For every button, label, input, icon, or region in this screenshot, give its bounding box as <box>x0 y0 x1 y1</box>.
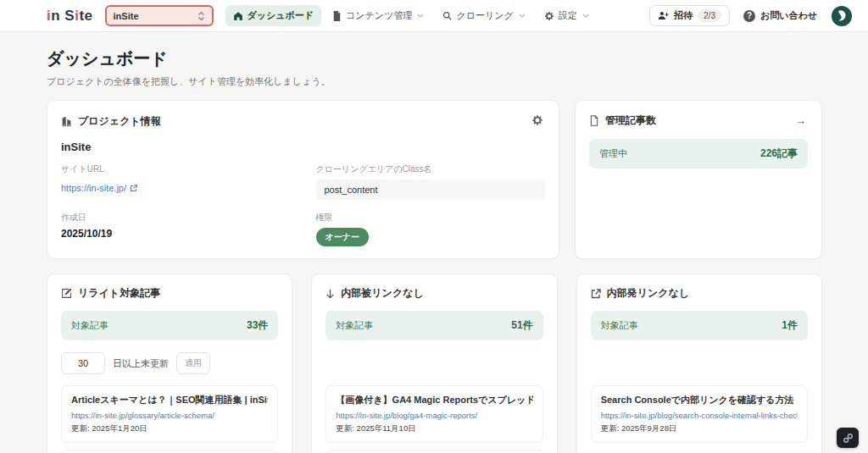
crawl-class-value: post_content <box>316 180 546 200</box>
role-field: 権限 オーナー <box>316 212 546 246</box>
page-subtitle: プロジェクトの全体像を把握し、サイト管理を効率化しましょう。 <box>47 75 822 88</box>
nav-crawling-label: クローリング <box>456 9 513 22</box>
article-item: Articleスキーマとは？｜SEO関連用語集 | inSite(インサイト) … <box>61 385 278 443</box>
rewrite-filter-row: 日以上未更新 適用 <box>61 352 278 374</box>
no-inbound-count-label: 対象記事 <box>336 319 373 332</box>
created-date-field: 作成日 2025/10/19 <box>61 212 291 246</box>
invite-button[interactable]: 招待 2/3 <box>649 5 730 26</box>
article-url-link[interactable]: https://in-site.jp/blog/ga4-magic-report… <box>336 411 532 420</box>
nav-settings[interactable]: 設定 <box>537 5 597 26</box>
document-icon <box>589 115 599 126</box>
external-link-icon <box>591 289 601 299</box>
project-settings-gear-icon[interactable] <box>530 113 545 130</box>
created-date-value: 2025/10/19 <box>61 228 291 240</box>
header-right: 招待 2/3 ? お問い合わせ <box>649 5 853 27</box>
site-url-link[interactable]: https://in-site.jp/ <box>61 183 137 193</box>
managed-card-title: 管理記事数 <box>605 113 656 128</box>
document-icon <box>332 11 342 21</box>
main-content: ダッシュボード プロジェクトの全体像を把握し、サイト管理を効率化しましょう。 プ… <box>0 32 868 453</box>
app-logo[interactable]: in Site <box>47 8 93 25</box>
arrow-right-icon[interactable]: → <box>793 113 808 129</box>
project-info-card: プロジェクト情報 inSite サイトURL https://in-site.j… <box>47 100 559 259</box>
home-icon <box>233 11 243 21</box>
site-url-field: サイトURL https://in-site.jp/ <box>61 163 291 200</box>
gear-icon <box>544 11 554 21</box>
no-outbound-count-row: 対象記事 1件 <box>591 311 808 340</box>
project-selector[interactable]: inSite <box>105 5 214 26</box>
apply-button[interactable]: 適用 <box>176 352 210 374</box>
article-updated-date: 更新: 2025年9月28日 <box>601 423 798 434</box>
no-inbound-count-value: 51件 <box>511 318 532 333</box>
nav-settings-label: 設定 <box>559 9 577 22</box>
managed-count-label: 管理中 <box>599 147 627 160</box>
no-inbound-card-title: 内部被リンクなし <box>341 286 423 301</box>
days-filter-label: 日以上未更新 <box>113 357 169 370</box>
site-url-label: サイトURL <box>61 163 291 175</box>
rewrite-count-value: 33件 <box>247 318 268 333</box>
site-url-text: https://in-site.jp/ <box>61 183 126 193</box>
article-item: Search Consoleで内部リンクを確認する方法【画面キャプチャで詳… h… <box>591 385 808 443</box>
article-title: 【画像付き】GA4 Magic ReportsでスプレッドシートとGA4を自動… <box>336 394 532 406</box>
project-name: inSite <box>61 141 545 153</box>
days-input[interactable] <box>61 352 105 374</box>
no-inbound-count-row: 対象記事 51件 <box>326 311 542 340</box>
link-fab-button[interactable] <box>837 428 859 448</box>
rewrite-count-label: 対象記事 <box>71 319 108 332</box>
article-url-link[interactable]: https://in-site.jp/blog/search-console-i… <box>601 411 798 420</box>
managed-count-value: 226記事 <box>760 146 798 161</box>
person-add-icon <box>658 11 669 20</box>
project-card-title: プロジェクト情報 <box>78 114 161 129</box>
link-icon <box>843 433 854 444</box>
nav-dashboard-label: ダッシュボード <box>248 9 314 22</box>
article-updated-date: 更新: 2025年1月20日 <box>71 423 268 434</box>
contact-link[interactable]: ? お問い合わせ <box>743 9 817 22</box>
nav-dashboard[interactable]: ダッシュボード <box>225 5 322 26</box>
rewrite-card-title: リライト対象記事 <box>78 286 160 301</box>
updown-chevron-icon <box>198 11 205 21</box>
no-inbound-links-card: 内部被リンクなし 対象記事 51件 【画像付き】GA4 Magic Report… <box>311 273 557 453</box>
top-nav-bar: in Site inSite ダッシュボード コンテンツ管理 クロ <box>0 0 868 32</box>
article-item: 【画像付き】GA4 Magic ReportsでスプレッドシートとGA4を自動…… <box>326 385 542 443</box>
page-title: ダッシュボード <box>47 47 822 70</box>
article-title: Articleスキーマとは？｜SEO関連用語集 | inSite(インサイト) <box>71 394 268 406</box>
invite-label: 招待 <box>674 9 693 22</box>
crawl-class-label: クローリングエリアのClass名 <box>316 163 546 175</box>
no-outbound-article-list: Search Consoleで内部リンクを確認する方法【画面キャプチャで詳… h… <box>591 385 808 443</box>
managed-articles-card: 管理記事数 → 管理中 226記事 <box>575 100 822 259</box>
chevron-down-icon <box>417 14 424 18</box>
main-nav: ダッシュボード コンテンツ管理 クローリング 設定 <box>225 5 597 26</box>
role-badge: オーナー <box>316 228 369 246</box>
nav-content-management[interactable]: コンテンツ管理 <box>325 5 431 26</box>
nav-content-management-label: コンテンツ管理 <box>346 9 412 22</box>
created-date-label: 作成日 <box>61 212 291 224</box>
building-icon <box>61 116 72 127</box>
no-inbound-article-list: 【画像付き】GA4 Magic ReportsでスプレッドシートとGA4を自動…… <box>326 385 542 453</box>
rewrite-count-row: 対象記事 33件 <box>61 311 278 340</box>
question-icon: ? <box>743 10 755 22</box>
nav-crawling[interactable]: クローリング <box>435 5 532 26</box>
rewrite-article-list: Articleスキーマとは？｜SEO関連用語集 | inSite(インサイト) … <box>61 385 278 453</box>
chevron-down-icon <box>519 14 526 18</box>
search-icon <box>442 11 452 20</box>
no-outbound-card-title: 内部発リンクなし <box>607 286 689 301</box>
no-outbound-count-label: 対象記事 <box>601 319 638 332</box>
avatar[interactable] <box>831 5 853 27</box>
project-selector-value: inSite <box>114 11 139 21</box>
managed-count-row: 管理中 226記事 <box>589 139 808 168</box>
crawl-class-field: クローリングエリアのClass名 post_content <box>316 163 546 200</box>
external-link-icon <box>130 185 137 192</box>
no-outbound-count-value: 1件 <box>782 318 798 333</box>
edit-icon <box>61 288 72 299</box>
article-item: Screaming Frogとは？｜SEO関連用語集 | inSite(インサイ… <box>326 450 542 453</box>
no-outbound-links-card: 内部発リンクなし 対象記事 1件 Search Consoleで内部リンクを確認… <box>576 273 822 453</box>
contact-label: お問い合わせ <box>760 9 817 22</box>
article-url-link[interactable]: https://in-site.jp/glossary/article-sche… <box>71 411 268 420</box>
article-item: WordPressプラグイン「Show article map」の使い方を解説 … <box>61 450 278 453</box>
article-updated-date: 更新: 2025年11月10日 <box>336 423 532 434</box>
arrow-down-icon <box>326 289 335 299</box>
invite-count-badge: 2/3 <box>698 9 721 22</box>
chevron-down-icon <box>582 14 589 18</box>
article-title: Search Consoleで内部リンクを確認する方法【画面キャプチャで詳… <box>601 394 798 406</box>
role-label: 権限 <box>316 212 546 224</box>
rewrite-targets-card: リライト対象記事 対象記事 33件 日以上未更新 適用 Articleスキーマと… <box>47 273 292 453</box>
